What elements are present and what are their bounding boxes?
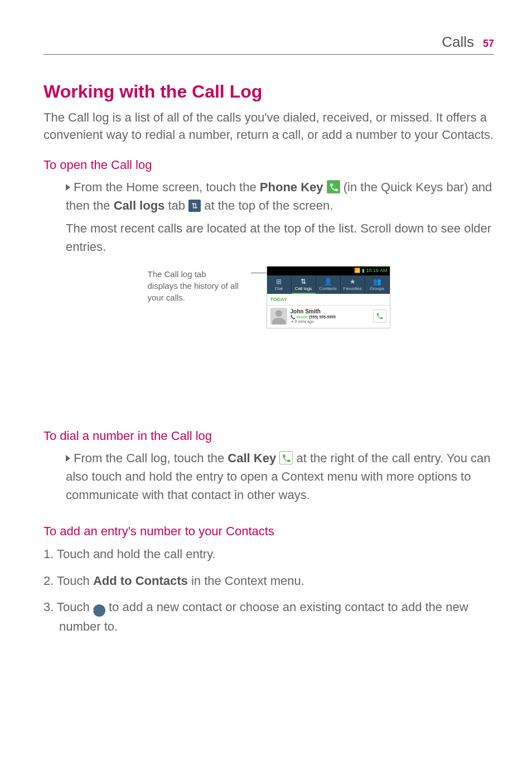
tab-contacts[interactable]: 👤Contacts	[316, 275, 341, 294]
tab-groups[interactable]: 👥Groups	[365, 275, 390, 294]
section-dial-number-heading: To dial a number in the Call log	[43, 429, 494, 443]
bullet-icon	[66, 455, 70, 462]
section-add-contacts-heading: To add an entry's number to your Contact…	[43, 524, 494, 539]
page-number: 57	[483, 38, 494, 50]
callout-text: The Call log tab displays the history of…	[148, 266, 251, 328]
contacts-icon: 👤	[316, 278, 340, 285]
tab-dial[interactable]: ⊞Dial	[267, 275, 292, 294]
step-note: The most recent calls are located at the…	[66, 219, 494, 256]
status-time: 10:19 AM	[366, 268, 387, 273]
step-dial-number: From the Call log, touch the Call Key at…	[66, 449, 494, 504]
entry-name: John Smith	[291, 308, 373, 315]
phone-key-icon	[327, 180, 340, 193]
groups-icon: 👥	[365, 278, 389, 285]
entry-time-ago: ➜ 0 mins ago	[291, 319, 373, 324]
step-open-call-log: From the Home screen, touch the Phone Ke…	[66, 178, 494, 256]
dial-icon: ⊞	[267, 278, 291, 285]
callout-leader-line	[251, 273, 267, 328]
phone-tabs: ⊞Dial ⇅Call logs 👤Contacts ★Favorites 👥G…	[267, 275, 390, 294]
tab-favorites[interactable]: ★Favorites	[341, 275, 365, 294]
call-key-icon	[279, 451, 293, 464]
step-1: 1. Touch and hold the call entry.	[43, 544, 494, 564]
entry-call-button[interactable]	[373, 309, 386, 323]
favorites-icon: ★	[341, 278, 365, 285]
call-logs-tab-icon	[188, 200, 201, 212]
step-text: From the Home screen, touch the Phone Ke…	[66, 178, 494, 215]
tab-call-logs[interactable]: ⇅Call logs	[292, 275, 316, 294]
status-icons: 📶 ▮	[354, 268, 365, 273]
page-header: Calls 57	[43, 33, 494, 55]
header-section-label: Calls	[442, 33, 474, 51]
step-2: 2. Touch Add to Contacts in the Context …	[43, 571, 494, 590]
section-open-call-log-heading: To open the Call log	[43, 158, 494, 172]
numbered-steps: 1. Touch and hold the call entry. 2. Tou…	[43, 544, 494, 636]
today-divider: TODAY	[267, 294, 390, 305]
bullet-icon	[66, 184, 70, 191]
entry-number-line: 📞 Mobile (555) 555-5555	[291, 315, 373, 319]
page-title: Working with the Call Log	[43, 81, 494, 102]
add-contact-plus-icon: +	[93, 604, 105, 617]
call-log-entry[interactable]: John Smith 📞 Mobile (555) 555-5555 ➜ 0 m…	[267, 305, 390, 328]
status-bar: 📶 ▮ 10:19 AM	[267, 267, 390, 275]
contact-avatar	[270, 308, 287, 325]
step-3: 3. Touch + to add a new contact or choos…	[43, 597, 494, 636]
intro-paragraph: The Call log is a list of all of the cal…	[43, 109, 494, 143]
call-logs-icon: ⇅	[292, 278, 316, 285]
screenshot-callout-block: The Call log tab displays the history of…	[43, 266, 494, 328]
entry-info: John Smith 📞 Mobile (555) 555-5555 ➜ 0 m…	[291, 308, 373, 325]
step-text: From the Call log, touch the Call Key at…	[66, 449, 494, 504]
phone-screenshot: 📶 ▮ 10:19 AM ⊞Dial ⇅Call logs 👤Contacts …	[267, 266, 390, 328]
